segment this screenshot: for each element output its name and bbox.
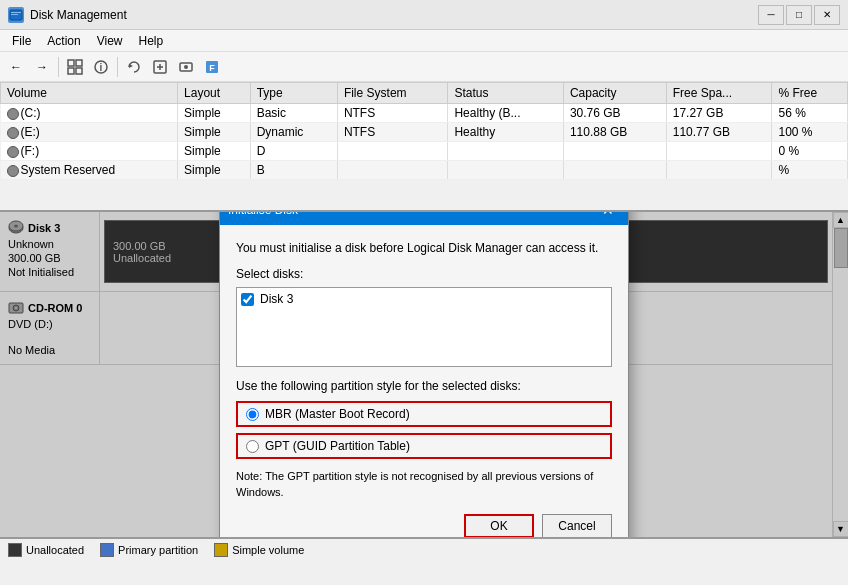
properties-button[interactable]: i (89, 55, 113, 79)
gpt-option-box: GPT (GUID Partition Table) (236, 433, 612, 459)
table-row[interactable]: (C:) Simple Basic NTFS Healthy (B... 30.… (1, 104, 848, 123)
disk-list-item: Disk 3 (241, 292, 607, 306)
maximize-button[interactable]: □ (786, 5, 812, 25)
col-volume: Volume (1, 83, 178, 104)
format-button[interactable]: F (200, 55, 224, 79)
svg-marker-9 (129, 64, 133, 68)
cell-type: Dynamic (250, 123, 337, 142)
cell-volume: System Reserved (1, 161, 178, 180)
cell-type: Basic (250, 104, 337, 123)
cell-pct: 100 % (772, 123, 848, 142)
mbr-option-box: MBR (Master Boot Record) (236, 401, 612, 427)
svg-point-14 (184, 65, 188, 69)
toolbar-sep-2 (117, 57, 118, 77)
refresh-button[interactable] (122, 55, 146, 79)
col-pct: % Free (772, 83, 848, 104)
table-row[interactable]: System Reserved Simple B % (1, 161, 848, 180)
note-text: Note: The GPT partition style is not rec… (236, 469, 612, 500)
cell-pct: 0 % (772, 142, 848, 161)
main-content: Volume Layout Type File System Status Ca… (0, 82, 848, 561)
ok-button[interactable]: OK (464, 514, 534, 537)
cell-capacity (563, 161, 666, 180)
col-status: Status (448, 83, 563, 104)
dialog-title: Initialise Disk (228, 212, 596, 217)
legend-unallocated: Unallocated (8, 543, 84, 557)
cell-status (448, 142, 563, 161)
mbr-label[interactable]: MBR (Master Boot Record) (265, 407, 410, 421)
menu-bar: File Action View Help (0, 30, 848, 52)
disk-defrag-button[interactable] (174, 55, 198, 79)
forward-button[interactable]: → (30, 55, 54, 79)
mbr-radio[interactable] (246, 408, 259, 421)
cell-capacity: 110.88 GB (563, 123, 666, 142)
svg-rect-5 (68, 68, 74, 74)
cell-volume: (C:) (1, 104, 178, 123)
dialog-close-button[interactable]: ✕ (596, 212, 620, 222)
cell-free (666, 142, 772, 161)
menu-help[interactable]: Help (131, 32, 172, 50)
cell-free: 17.27 GB (666, 104, 772, 123)
close-button[interactable]: ✕ (814, 5, 840, 25)
title-bar: Disk Management ─ □ ✕ (0, 0, 848, 30)
simple-label: Simple volume (232, 544, 304, 556)
unallocated-label: Unallocated (26, 544, 84, 556)
window-controls: ─ □ ✕ (758, 5, 840, 25)
cell-type: B (250, 161, 337, 180)
rescan-button[interactable] (148, 55, 172, 79)
table-row[interactable]: (F:) Simple D 0 % (1, 142, 848, 161)
radio-group: MBR (Master Boot Record) GPT (GUID Parti… (236, 401, 612, 459)
toolbar: ← → i F (0, 52, 848, 82)
cell-capacity: 30.76 GB (563, 104, 666, 123)
menu-file[interactable]: File (4, 32, 39, 50)
select-disks-label: Select disks: (236, 267, 612, 281)
cell-layout: Simple (178, 161, 251, 180)
table-row[interactable]: (E:) Simple Dynamic NTFS Healthy 110.88 … (1, 123, 848, 142)
cell-pct: % (772, 161, 848, 180)
disk-list-box: Disk 3 (236, 287, 612, 367)
menu-action[interactable]: Action (39, 32, 88, 50)
cell-type: D (250, 142, 337, 161)
menu-view[interactable]: View (89, 32, 131, 50)
window-title: Disk Management (30, 8, 752, 22)
gpt-label[interactable]: GPT (GUID Partition Table) (265, 439, 410, 453)
dialog-message: You must initialise a disk before Logica… (236, 241, 612, 255)
cell-status: Healthy (B... (448, 104, 563, 123)
show-hide-button[interactable] (63, 55, 87, 79)
legend-simple: Simple volume (214, 543, 304, 557)
modal-overlay: Initialise Disk ✕ You must initialise a … (0, 212, 848, 537)
svg-text:F: F (209, 63, 215, 73)
cell-fs (337, 142, 448, 161)
app-icon (8, 7, 24, 23)
primary-label: Primary partition (118, 544, 198, 556)
minimize-button[interactable]: ─ (758, 5, 784, 25)
unallocated-swatch (8, 543, 22, 557)
simple-swatch (214, 543, 228, 557)
volume-table-panel: Volume Layout Type File System Status Ca… (0, 82, 848, 212)
gpt-radio[interactable] (246, 440, 259, 453)
cancel-button[interactable]: Cancel (542, 514, 612, 537)
volume-table: Volume Layout Type File System Status Ca… (0, 82, 848, 180)
cell-fs (337, 161, 448, 180)
cell-free: 110.77 GB (666, 123, 772, 142)
cell-layout: Simple (178, 123, 251, 142)
svg-rect-4 (76, 60, 82, 66)
initialise-disk-dialog: Initialise Disk ✕ You must initialise a … (219, 212, 629, 537)
cell-fs: NTFS (337, 104, 448, 123)
dialog-buttons: OK Cancel (236, 514, 612, 537)
partition-style-label: Use the following partition style for th… (236, 379, 612, 393)
cell-volume: (F:) (1, 142, 178, 161)
cell-pct: 56 % (772, 104, 848, 123)
disk3-checkbox[interactable] (241, 293, 254, 306)
cell-volume: (E:) (1, 123, 178, 142)
col-filesystem: File System (337, 83, 448, 104)
primary-swatch (100, 543, 114, 557)
back-button[interactable]: ← (4, 55, 28, 79)
disk3-check-label[interactable]: Disk 3 (260, 292, 293, 306)
dialog-title-bar: Initialise Disk ✕ (220, 212, 628, 225)
cell-layout: Simple (178, 142, 251, 161)
cell-status: Healthy (448, 123, 563, 142)
svg-text:i: i (100, 62, 103, 73)
col-layout: Layout (178, 83, 251, 104)
cell-fs: NTFS (337, 123, 448, 142)
legend-bar: Unallocated Primary partition Simple vol… (0, 537, 848, 561)
